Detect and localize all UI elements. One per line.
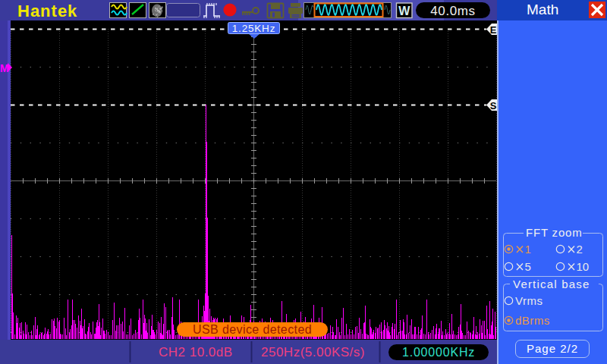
svg-text:1.00000KHz: 1.00000KHz [402, 346, 475, 359]
svg-text:250Hz(5.00KS/s): 250Hz(5.00KS/s) [261, 345, 365, 359]
svg-text:Vrms: Vrms [515, 294, 543, 307]
svg-text:E: E [490, 24, 497, 36]
svg-text:Vertical base: Vertical base [513, 278, 590, 290]
svg-text:1.25KHz: 1.25KHz [232, 23, 275, 34]
svg-text:5: 5 [525, 260, 531, 273]
svg-text:S: S [490, 100, 497, 111]
svg-text:W: W [398, 5, 410, 17]
svg-text:1: 1 [525, 243, 531, 256]
svg-text:dBrms: dBrms [515, 314, 550, 327]
svg-text:USB device detected: USB device detected [193, 323, 312, 336]
svg-text:FFT zoom: FFT zoom [526, 226, 582, 239]
svg-text:CH2 10.0dB: CH2 10.0dB [159, 345, 233, 359]
svg-text:40.0ms: 40.0ms [430, 4, 475, 18]
svg-text:10: 10 [577, 260, 590, 273]
svg-text:2: 2 [577, 243, 583, 256]
svg-text:M: M [0, 62, 9, 74]
